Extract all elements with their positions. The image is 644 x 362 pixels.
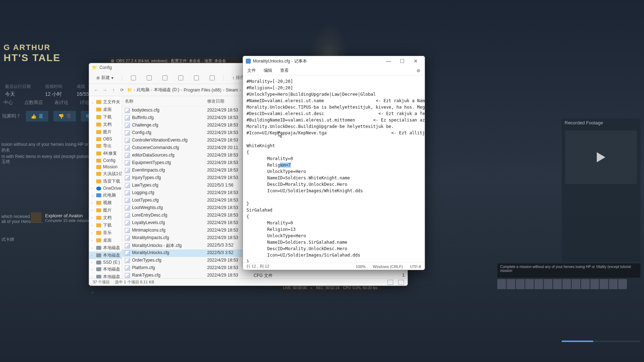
tree-item[interactable]: OBS: [89, 136, 122, 142]
tree-item[interactable]: 大决战1亿战役!: [89, 170, 122, 178]
gear-icon[interactable]: ⚙: [416, 68, 420, 73]
tree-item[interactable]: 图片: [89, 128, 122, 136]
refresh-button[interactable]: ⟳: [118, 86, 126, 94]
hero-portrait[interactable]: [507, 279, 515, 289]
hero-portrait[interactable]: [544, 279, 552, 289]
nav-tree[interactable]: ⌄主文件夹桌面下载文档图片OBS导出4K修复ConfigMission大决战1亿…: [89, 96, 122, 278]
minimize-button[interactable]: —: [382, 57, 395, 65]
breadcrumb-item[interactable]: 本地磁盘 (D:): [154, 87, 179, 93]
game-logo: G ARTHUR HT'S TALE: [4, 43, 60, 64]
explorer-title: Config: [99, 65, 112, 70]
tree-folder-icon: [96, 231, 101, 235]
notepad-title: MoralityUnlocks.cfg - 记事本: [253, 58, 307, 64]
tree-item[interactable]: 迅雷下载: [89, 178, 122, 185]
tree-folder-icon: [96, 130, 101, 134]
breadcrumb-item[interactable]: 此电脑: [137, 87, 150, 93]
tree-item[interactable]: ›OneDrive - Person: [89, 185, 122, 192]
tree-item[interactable]: ›SSD (E:): [89, 259, 122, 266]
tree-item[interactable]: 导出: [89, 142, 122, 150]
tree-item[interactable]: ›下载: [89, 222, 122, 229]
tree-item[interactable]: 文档: [89, 121, 122, 128]
selected-info: 选中 1 个项目 8.11 KB: [115, 279, 154, 285]
hero-portrait[interactable]: [497, 279, 506, 289]
tree-item[interactable]: ›音乐: [89, 229, 122, 237]
delete-button[interactable]: [208, 74, 217, 82]
encoding: UTF-8: [410, 264, 421, 269]
hero-portrait[interactable]: [600, 279, 608, 289]
cfg-file-icon: [125, 235, 130, 240]
hero-portrait[interactable]: [572, 279, 580, 289]
hero-portrait[interactable]: [562, 279, 571, 289]
hero-strip: [497, 279, 640, 290]
steam-tab[interactable]: 中心: [3, 98, 14, 107]
stat-value: 12 小时: [45, 91, 62, 98]
cut-button[interactable]: [129, 74, 138, 82]
tree-item[interactable]: Mission: [89, 164, 122, 170]
logo-line2: HT'S TALE: [4, 52, 60, 64]
hero-portrait[interactable]: [581, 279, 590, 289]
obs-live: LIVE: 00:00:00: [283, 286, 307, 290]
tree-item[interactable]: ›图片: [89, 207, 122, 214]
tree-item[interactable]: 下载: [89, 113, 122, 121]
tree-item[interactable]: Config: [89, 157, 122, 164]
tree-item[interactable]: ›桌面: [89, 237, 122, 244]
achievement-card[interactable]: Explorer of Avalon Complete 10 side miss…: [31, 212, 92, 223]
menu-item[interactable]: 编辑: [264, 68, 272, 74]
share-button[interactable]: [192, 74, 201, 82]
paste-icon: [162, 75, 167, 80]
hero-portrait[interactable]: [516, 279, 525, 289]
tree-item[interactable]: ›本地磁盘 (G:): [89, 273, 122, 278]
tree-item[interactable]: ›本地磁盘 (D:): [89, 252, 122, 259]
rename-icon: [178, 75, 183, 80]
notepad-statusbar: 行 12，列 12 100% Windows (CRLF) UTF-8: [243, 263, 425, 270]
footage-thumbnail[interactable]: [565, 130, 637, 184]
play-icon: [597, 152, 605, 162]
cfg-file-icon: [125, 145, 130, 150]
breadcrumb-item[interactable]: Steam: [226, 88, 238, 93]
card-text: 式卡牌: [1, 237, 14, 243]
review-yes-button[interactable]: 👍 是: [26, 111, 48, 122]
hero-portrait[interactable]: [590, 279, 599, 289]
tree-item[interactable]: ›本地磁盘 (C:): [89, 244, 122, 252]
hero-portrait[interactable]: [553, 279, 562, 289]
notepad-icon: [246, 59, 251, 64]
tree-item[interactable]: ›视频: [89, 199, 122, 207]
steam-tab[interactable]: 点数商店: [24, 98, 44, 107]
breadcrumb-item[interactable]: Program Files (x86): [184, 88, 221, 93]
notepad-titlebar[interactable]: MoralityUnlocks.cfg - 记事本 — ☐ ✕: [243, 56, 425, 66]
tree-folder-icon: [96, 238, 101, 242]
steam-tab[interactable]: 表讨论: [54, 98, 69, 107]
menu-item[interactable]: 文件: [247, 68, 256, 74]
details-view-button[interactable]: [387, 280, 393, 285]
notepad-window[interactable]: MoralityUnlocks.cfg - 记事本 — ☐ ✕ 文件编辑查看⚙ …: [243, 56, 425, 270]
menu-item[interactable]: 查看: [280, 68, 289, 74]
achievement-text-3: m with Relic items in every slot (except…: [1, 154, 93, 160]
tree-item[interactable]: ›本地磁盘 (F:): [89, 266, 122, 273]
hero-portrait[interactable]: [618, 279, 627, 289]
tree-item[interactable]: ⌄主文件夹: [89, 98, 122, 106]
hero-portrait[interactable]: [535, 279, 543, 289]
back-button[interactable]: ←: [93, 86, 100, 94]
tree-folder-icon: [96, 144, 101, 148]
icons-view-button[interactable]: [398, 280, 404, 285]
review-no-button[interactable]: 👎 否: [53, 111, 76, 122]
tree-folder-icon: [96, 187, 101, 190]
tree-item[interactable]: ⌄此电脑: [89, 192, 122, 199]
forward-button[interactable]: →: [101, 86, 108, 94]
paste-button[interactable]: [160, 74, 170, 82]
hero-portrait[interactable]: [525, 279, 534, 289]
notepad-textarea[interactable]: #Morality=[-20;20] #Religion=[-20;20] #U…: [243, 75, 425, 263]
hero-portrait[interactable]: [609, 279, 618, 289]
close-button[interactable]: ✕: [410, 57, 422, 65]
maximize-button[interactable]: ☐: [396, 57, 408, 65]
tree-item[interactable]: ›文档: [89, 214, 122, 222]
footage-progress[interactable]: [562, 341, 640, 342]
tree-item[interactable]: 桌面: [89, 106, 122, 113]
new-button[interactable]: ⊕ 新建 ▾: [94, 73, 116, 82]
file-row[interactable]: RankTypes.cfg2022/4/29 18:53CFG 文件1: [122, 272, 408, 278]
col-name[interactable]: 名称: [122, 98, 204, 105]
tree-item[interactable]: 4K修复: [89, 150, 122, 157]
up-button[interactable]: ↑: [110, 86, 117, 94]
copy-button[interactable]: [145, 74, 154, 82]
rename-button[interactable]: [176, 74, 185, 82]
